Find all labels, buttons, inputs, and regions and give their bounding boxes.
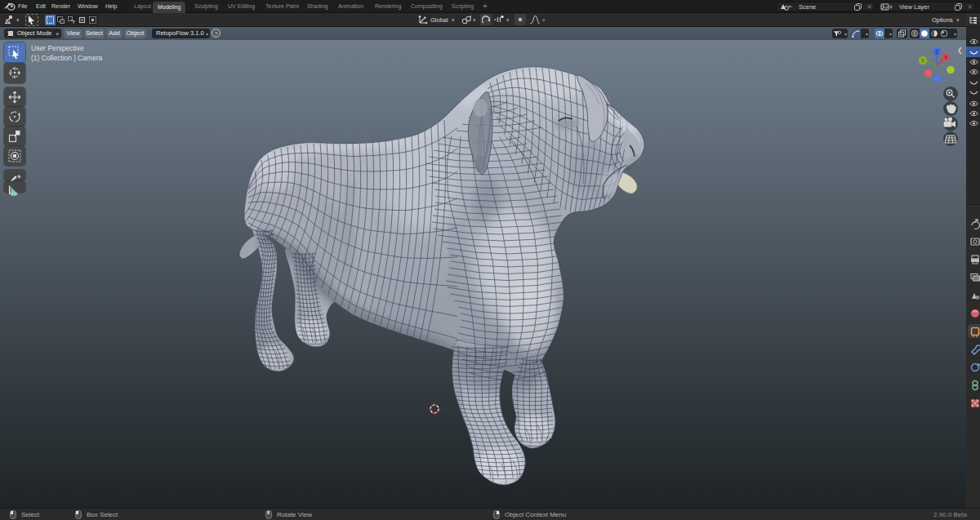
svg-text:Z: Z — [935, 49, 939, 55]
svg-text:Y: Y — [921, 58, 925, 64]
svg-text:X: X — [944, 55, 948, 60]
